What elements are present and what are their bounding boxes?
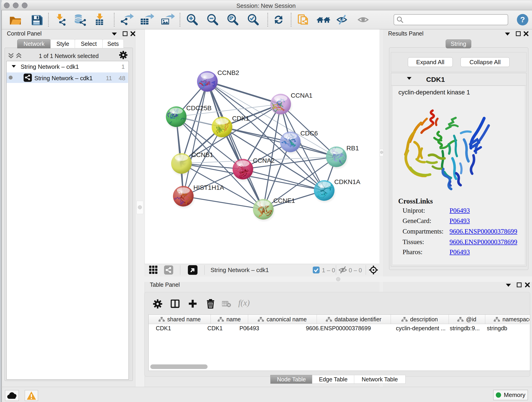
svg-text:CDK1: CDK1 bbox=[232, 115, 249, 122]
svg-text:HIST1H1A: HIST1H1A bbox=[193, 184, 224, 191]
svg-text:CCNE1: CCNE1 bbox=[273, 197, 295, 204]
svg-text:CCNA1: CCNA1 bbox=[291, 92, 312, 99]
svg-text:?: ? bbox=[520, 15, 525, 24]
svg-text:RB1: RB1 bbox=[346, 145, 359, 152]
svg-text:CCNA2: CCNA2 bbox=[253, 157, 275, 164]
svg-text:CCNB1: CCNB1 bbox=[191, 151, 213, 158]
svg-text:CDKN1A: CDKN1A bbox=[334, 178, 360, 185]
svg-text:CDC6: CDC6 bbox=[300, 130, 318, 137]
svg-text:CDC25B: CDC25B bbox=[186, 104, 211, 112]
svg-text:CCNB2: CCNB2 bbox=[217, 69, 239, 76]
